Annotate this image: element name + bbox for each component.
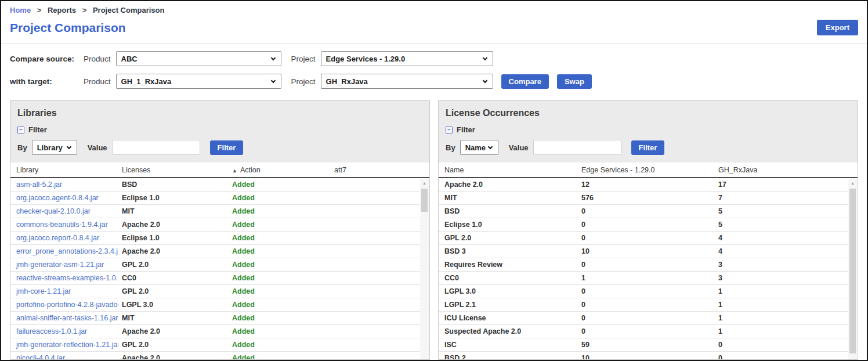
collapse-minus-icon[interactable]: −	[17, 127, 24, 133]
licenses-filter-by-select[interactable]: Name	[460, 140, 498, 155]
licenses-scrollbar[interactable]: ▲	[848, 179, 857, 359]
source-count-cell: 1	[578, 271, 715, 284]
library-link[interactable]: picocli-4.0.4.jar	[10, 351, 118, 359]
license-name-cell: ICU License	[439, 311, 578, 324]
library-link[interactable]: jmh-generator-asm-1.21.jar	[10, 258, 118, 271]
export-button[interactable]: Export	[817, 20, 858, 35]
libraries-filter-toggle[interactable]: − Filter	[10, 120, 429, 135]
license-name-cell: ISC	[439, 338, 578, 351]
library-link[interactable]: asm-all-5.2.jar	[10, 178, 118, 191]
action-cell: Added	[229, 324, 331, 338]
target-count-cell: 1	[715, 324, 858, 338]
column-header-att7[interactable]: att7	[331, 163, 429, 178]
library-link[interactable]: animal-sniffer-ant-tasks-1.16.jar	[10, 311, 118, 324]
action-cell: Added	[229, 311, 331, 324]
library-link[interactable]: jmh-core-1.21.jar	[10, 284, 118, 298]
library-link[interactable]: jmh-generator-reflection-1.21.jar	[10, 338, 118, 351]
target-count-cell: 7	[715, 191, 858, 204]
licenses-filter-value-input[interactable]	[533, 140, 621, 155]
source-count-cell: 0	[578, 311, 715, 324]
action-cell: Added	[229, 204, 331, 218]
column-header-action[interactable]: ▲Action	[229, 163, 331, 178]
target-count-cell: 0	[715, 338, 858, 351]
libraries-filter-by-select[interactable]: Library	[32, 140, 77, 155]
license-cell: GPL 2.0	[118, 258, 229, 271]
libraries-scrollbar[interactable]: ▲	[420, 179, 429, 359]
target-project-value: GH_RxJava	[326, 77, 368, 86]
library-link[interactable]: reactive-streams-examples-1.0....	[10, 271, 118, 284]
source-count-cell: 0	[578, 204, 715, 218]
library-link[interactable]: org.jacoco.report-0.8.4.jar	[10, 231, 118, 244]
scroll-up-arrow-icon[interactable]: ▲	[848, 179, 857, 187]
target-count-cell: 4	[715, 231, 858, 244]
library-link[interactable]: failureaccess-1.0.1.jar	[10, 324, 118, 338]
column-header-name[interactable]: Name	[439, 163, 578, 178]
library-link[interactable]: commons-beanutils-1.9.4.jar	[10, 218, 118, 231]
action-cell: Added	[229, 351, 331, 359]
table-row: animal-sniffer-ant-tasks-1.16.jar MIT Ad…	[10, 311, 429, 324]
license-cell: GPL 2.0	[118, 284, 229, 298]
target-count-cell: 3	[715, 258, 858, 271]
table-row: org.jacoco.agent-0.8.4.jar Eclipse 1.0 A…	[10, 191, 429, 204]
table-row: picocli-4.0.4.jar Apache 2.0 Added	[10, 351, 429, 359]
library-link[interactable]: error_prone_annotations-2.3.4.j...	[10, 244, 118, 258]
action-cell: Added	[229, 284, 331, 298]
table-row: ICU License 0 1	[439, 311, 858, 324]
att7-cell	[331, 338, 429, 351]
source-count-cell: 0	[578, 298, 715, 311]
license-name-cell: GPL 2.0	[439, 231, 578, 244]
source-project-select[interactable]: Edge Services - 1.29.0	[321, 51, 493, 66]
libraries-filter-value-input[interactable]	[112, 140, 200, 155]
table-row: reactive-streams-examples-1.0.... CC0 Ad…	[10, 271, 429, 284]
target-product-select[interactable]: GH_1_RxJava	[116, 74, 281, 89]
chevron-down-icon	[482, 78, 487, 83]
scrollbar-thumb[interactable]	[421, 189, 428, 212]
breadcrumb-home-link[interactable]: Home	[10, 6, 31, 15]
att7-cell	[331, 258, 429, 271]
chevron-down-icon	[487, 145, 492, 149]
scrollbar-thumb[interactable]	[849, 189, 856, 353]
compare-source-label: Compare source:	[10, 55, 84, 63]
value-label: Value	[509, 143, 529, 152]
libraries-filter-button[interactable]: Filter	[210, 140, 244, 155]
table-row: Suspected Apache 2.0 0 1	[439, 324, 858, 338]
table-row: Apache 2.0 12 17	[439, 178, 858, 191]
att7-cell	[331, 178, 429, 191]
breadcrumb-reports-link[interactable]: Reports	[48, 6, 76, 15]
source-count-cell: 0	[578, 324, 715, 338]
library-link[interactable]: org.jacoco.agent-0.8.4.jar	[10, 191, 118, 204]
license-occurrences-panel: License Occurrences − Filter By Name Val…	[438, 100, 858, 360]
product-label: Product	[84, 55, 111, 63]
swap-button[interactable]: Swap	[557, 74, 592, 89]
action-cell: Added	[229, 298, 331, 311]
licenses-filter-toggle[interactable]: − Filter	[439, 120, 858, 135]
license-cell: BSD	[118, 178, 229, 191]
att7-cell	[331, 298, 429, 311]
filter-section-label: Filter	[457, 125, 475, 134]
collapse-minus-icon[interactable]: −	[446, 127, 453, 133]
license-cell: GPL 2.0	[118, 338, 229, 351]
library-link[interactable]: portofino-portofino-4.2.8-javadoc	[10, 298, 118, 311]
att7-cell	[331, 218, 429, 231]
target-project-select[interactable]: GH_RxJava	[321, 74, 493, 89]
table-row: jmh-generator-reflection-1.21.jar GPL 2.…	[10, 338, 429, 351]
compare-button[interactable]: Compare	[501, 74, 549, 89]
column-header-source-project[interactable]: Edge Services - 1.29.0	[578, 163, 715, 178]
column-header-licenses[interactable]: Licenses	[118, 163, 229, 178]
licenses-filter-button[interactable]: Filter	[631, 140, 665, 155]
project-label: Project	[291, 55, 316, 63]
column-header-library[interactable]: Library	[10, 163, 118, 178]
license-occurrences-table: Name Edge Services - 1.29.0 GH_RxJava Ap…	[439, 163, 858, 359]
libraries-panel: Libraries − Filter By Library Value Filt…	[10, 100, 430, 360]
license-cell: Apache 2.0	[118, 244, 229, 258]
table-row: asm-all-5.2.jar BSD Added	[10, 178, 429, 191]
table-row: BSD 0 5	[439, 204, 858, 218]
action-cell: Added	[229, 218, 331, 231]
page-header: Project Comparison Export	[1, 16, 867, 44]
source-product-select[interactable]: ABC	[116, 51, 281, 66]
action-cell: Added	[229, 271, 331, 284]
column-header-target-project[interactable]: GH_RxJava	[715, 163, 858, 178]
library-link[interactable]: checker-qual-2.10.0.jar	[10, 204, 118, 218]
scroll-up-arrow-icon[interactable]: ▲	[420, 179, 429, 187]
table-row: CC0 1 3	[439, 271, 858, 284]
